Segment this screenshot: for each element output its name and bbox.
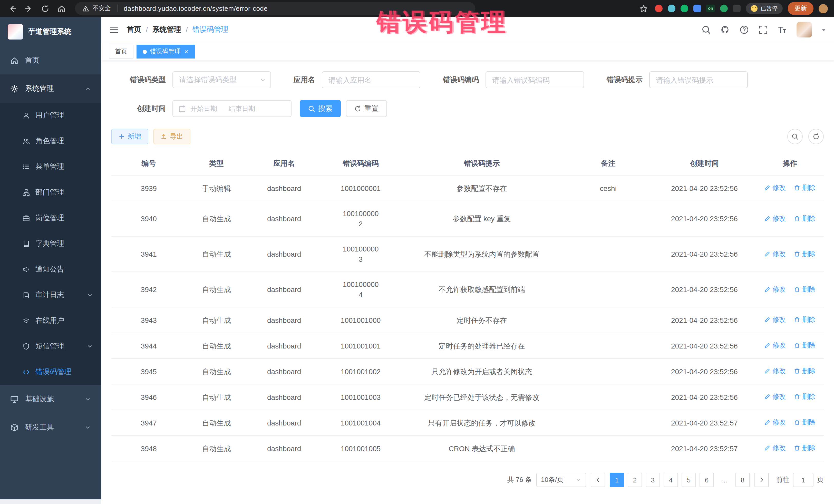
sidebar-item-departments[interactable]: 部门管理	[0, 180, 101, 205]
sidebar-item-home[interactable]: 首页	[0, 46, 101, 74]
edit-link[interactable]: 修改	[764, 366, 786, 376]
extension-icon-dark[interactable]	[733, 5, 741, 12]
avatar-caret-icon[interactable]	[822, 28, 826, 31]
search-button[interactable]: 搜索	[300, 100, 341, 117]
delete-link[interactable]: 删除	[794, 366, 815, 376]
sidebar-item-error-codes[interactable]: 错误码管理	[0, 359, 101, 385]
paused-badge[interactable]: 已暂停	[746, 3, 783, 14]
url-bar[interactable]: 不安全 dashboard.yudao.iocoder.cn/system/er…	[75, 2, 475, 15]
app-logo[interactable]: 芋道管理系统	[0, 17, 101, 46]
sidebar-item-sms[interactable]: 短信管理	[0, 334, 101, 359]
tab-home[interactable]: 首页	[109, 45, 133, 59]
delete-link[interactable]: 删除	[794, 183, 815, 193]
table-refresh-button[interactable]	[808, 129, 824, 144]
delete-link[interactable]: 删除	[794, 213, 815, 223]
filter-msg-input[interactable]	[649, 71, 748, 88]
home-icon[interactable]	[56, 2, 68, 15]
cell-time: 2021-04-20 23:52:57	[653, 410, 756, 435]
extension-icon-leaf[interactable]	[720, 5, 728, 12]
help-icon[interactable]	[740, 25, 749, 35]
page-button[interactable]: 5	[682, 473, 696, 487]
extension-icon-green[interactable]	[681, 5, 688, 12]
cell-message: 只允许修改为开启或者关闭状态	[400, 359, 564, 384]
extension-icon-grid[interactable]	[694, 5, 701, 12]
reset-button[interactable]: 重置	[346, 100, 387, 117]
edit-link[interactable]: 修改	[764, 183, 786, 193]
date-range-picker[interactable]: 开始日期 - 结束日期	[172, 100, 291, 117]
next-page-button[interactable]	[754, 473, 769, 487]
edit-link[interactable]: 修改	[764, 249, 786, 259]
sidebar-item-devtools[interactable]: 研发工具	[0, 413, 101, 441]
edit-link[interactable]: 修改	[764, 314, 786, 325]
page-button[interactable]: 3	[646, 473, 660, 487]
page-button[interactable]: 4	[664, 473, 678, 487]
cell-code: 100100000 2	[322, 201, 400, 236]
sidebar-item-roles[interactable]: 角色管理	[0, 128, 101, 154]
sidebar-item-positions[interactable]: 岗位管理	[0, 205, 101, 231]
delete-link[interactable]: 删除	[794, 417, 815, 428]
chevron-right-icon	[759, 477, 765, 483]
chevron-down-icon	[87, 343, 93, 350]
page-button[interactable]: ...	[718, 473, 732, 487]
page-button[interactable]: 2	[628, 473, 642, 487]
sidebar-item-audit-logs[interactable]: 审计日志	[0, 282, 101, 308]
edit-link[interactable]: 修改	[764, 284, 786, 294]
breadcrumb-item-system[interactable]: 系统管理	[152, 25, 181, 35]
sidebar-item-notices[interactable]: 通知公告	[0, 257, 101, 282]
user-avatar[interactable]	[796, 22, 812, 38]
edit-link[interactable]: 修改	[764, 392, 786, 402]
bookmark-star-icon[interactable]	[637, 2, 650, 15]
filter-code-input[interactable]	[485, 71, 584, 88]
export-button[interactable]: 导出	[153, 129, 191, 144]
page-button[interactable]: 8	[736, 473, 750, 487]
reload-icon[interactable]	[39, 2, 51, 15]
security-indicator[interactable]: 不安全	[82, 4, 111, 13]
sidebar-item-users[interactable]: 用户管理	[0, 103, 101, 128]
tab-error-code[interactable]: 错误码管理 ×	[136, 45, 195, 59]
sidebar-item-label: 短信管理	[36, 342, 64, 351]
page-button[interactable]: 6	[700, 473, 714, 487]
sidebar-item-online-users[interactable]: 在线用户	[0, 308, 101, 334]
sidebar-item-menus[interactable]: 菜单管理	[0, 154, 101, 180]
edit-link[interactable]: 修改	[764, 213, 786, 223]
delete-link[interactable]: 删除	[794, 284, 815, 294]
add-button[interactable]: 新增	[111, 129, 148, 144]
delete-link[interactable]: 删除	[794, 392, 815, 402]
delete-link[interactable]: 删除	[794, 443, 815, 453]
breadcrumb-item-home[interactable]: 首页	[127, 25, 141, 35]
fullscreen-icon[interactable]	[759, 25, 768, 35]
hamburger-icon[interactable]	[109, 25, 118, 35]
extension-icon-drop[interactable]	[668, 5, 675, 12]
back-icon[interactable]	[6, 2, 19, 15]
edit-link[interactable]: 修改	[764, 443, 786, 453]
browser-profile-avatar[interactable]	[819, 4, 828, 13]
extension-icon-on-badge[interactable]: on	[706, 5, 715, 12]
sidebar-item-system[interactable]: 系统管理	[0, 74, 101, 103]
github-icon[interactable]	[721, 25, 730, 35]
delete-link[interactable]: 删除	[794, 340, 815, 351]
forward-icon[interactable]	[23, 2, 35, 15]
font-size-icon[interactable]	[777, 25, 787, 35]
tab-close-icon[interactable]: ×	[184, 48, 189, 55]
pencil-icon	[764, 251, 770, 257]
edit-link[interactable]: 修改	[764, 340, 786, 351]
page-size-select[interactable]: 10条/页	[536, 473, 586, 487]
browser-update-button[interactable]: 更新	[788, 2, 813, 15]
edit-link[interactable]: 修改	[764, 417, 786, 428]
sidebar-scrollbar[interactable]	[0, 499, 101, 504]
filter-type-select[interactable]: 请选择错误码类型	[172, 71, 271, 88]
filter-app-input[interactable]	[322, 71, 420, 88]
table-search-toggle-button[interactable]	[787, 129, 803, 144]
delete-link[interactable]: 删除	[794, 314, 815, 325]
cell-id: 3939	[111, 176, 186, 200]
delete-link[interactable]: 删除	[794, 249, 815, 259]
sidebar-item-infrastructure[interactable]: 基础设施	[0, 385, 101, 413]
date-range-separator: -	[222, 105, 224, 112]
page-button[interactable]: 1	[610, 473, 624, 487]
search-icon[interactable]	[702, 25, 711, 35]
prev-page-button[interactable]	[591, 473, 605, 487]
goto-input[interactable]	[793, 473, 813, 487]
cell-message: 定时任务的处理器已经存在	[400, 333, 564, 358]
sidebar-item-dictionaries[interactable]: 字典管理	[0, 231, 101, 257]
extension-icon-recorder[interactable]	[655, 5, 663, 12]
